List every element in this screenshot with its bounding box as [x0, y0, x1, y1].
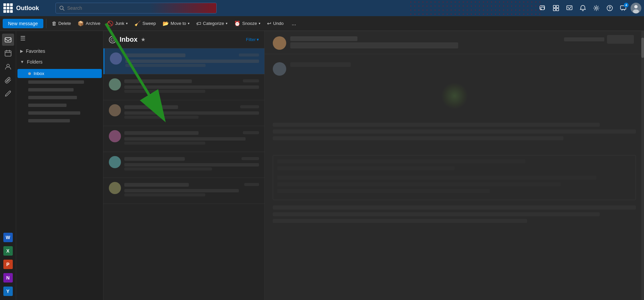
filter-button[interactable]: Filter ▾: [246, 37, 259, 42]
more-options-button[interactable]: ...: [289, 19, 299, 28]
nav-mail-button[interactable]: [2, 34, 14, 46]
teams-chat-icon: [539, 5, 546, 11]
junk-chevron-icon: ▾: [126, 22, 128, 25]
svg-rect-7: [553, 5, 556, 8]
body-line: [273, 129, 636, 134]
onenote-icon: N: [3, 273, 13, 283]
delete-icon: 🗑: [52, 21, 57, 26]
nav-notes-button[interactable]: [2, 87, 14, 100]
snooze-chevron-icon: ▾: [259, 22, 260, 25]
help-icon: [606, 5, 613, 11]
nav-yammer-button[interactable]: Y: [2, 285, 14, 297]
email-item[interactable]: [103, 48, 264, 74]
sidebar-item-6[interactable]: [17, 109, 102, 117]
reading-pane-header: [265, 31, 644, 54]
body-line: [273, 205, 636, 210]
body-line: [277, 189, 490, 193]
delete-button[interactable]: 🗑 Delete: [49, 19, 74, 28]
email-item[interactable]: [103, 178, 264, 204]
email-avatar: [109, 78, 121, 90]
notification-badge: 4: [624, 3, 629, 7]
select-all-button[interactable]: [109, 36, 116, 43]
sidebar-item-7[interactable]: [17, 117, 102, 124]
svg-rect-23: [5, 38, 11, 42]
email-list-header: Inbox ★ Filter ▾: [103, 31, 264, 48]
sidebar-folders-section[interactable]: ▼ Folders: [16, 57, 103, 67]
nav-files-button[interactable]: [2, 74, 14, 86]
teams-grid-icon: [553, 5, 559, 11]
body-line: [273, 212, 600, 216]
sidebar-favorites-section[interactable]: ▶ Favorites: [16, 46, 103, 57]
email-avatar: [109, 182, 121, 194]
reading-pane-body: [265, 54, 644, 300]
svg-point-14: [595, 7, 597, 9]
sidebar-item-4[interactable]: [17, 94, 102, 101]
email-list-panel: Inbox ★ Filter ▾: [103, 31, 265, 300]
move-to-button[interactable]: 📂 Move to ▾: [160, 19, 192, 28]
search-input[interactable]: [67, 5, 213, 11]
toolbar: New message 🗑 Delete 📦 Archive 🚫 Junk ▾ …: [0, 16, 644, 31]
search-bar[interactable]: [55, 3, 217, 13]
sidebar-item-2[interactable]: [17, 78, 102, 86]
teams-chat-icon-btn[interactable]: [536, 2, 549, 14]
svg-rect-9: [553, 8, 556, 11]
paperclip-icon: [4, 76, 12, 84]
email-item[interactable]: [103, 152, 264, 178]
new-message-button[interactable]: New message: [3, 19, 43, 28]
nav-onenote-button[interactable]: N: [2, 272, 14, 284]
bell-icon: [579, 5, 586, 11]
grid-icon[interactable]: [3, 3, 13, 13]
archive-button[interactable]: 📦 Archive: [75, 19, 103, 28]
settings-icon-btn[interactable]: [590, 2, 602, 14]
sidebar-item-inbox[interactable]: Inbox: [17, 69, 102, 78]
sidebar-item-label: Inbox: [34, 71, 44, 76]
junk-button[interactable]: 🚫 Junk ▾: [104, 19, 130, 28]
archive-icon: 📦: [78, 21, 84, 27]
toolbar-separator: [46, 19, 46, 28]
body-line: [273, 123, 600, 127]
move-chevron-icon: ▾: [188, 22, 189, 25]
email-list: [103, 48, 264, 300]
svg-point-21: [634, 5, 638, 8]
body-line: [273, 219, 527, 223]
email-item[interactable]: [103, 100, 264, 126]
teams-grid-icon-btn[interactable]: [550, 2, 562, 14]
svg-rect-11: [567, 6, 572, 10]
app-name: Outlook: [16, 5, 39, 12]
avatar[interactable]: [631, 3, 641, 13]
main-content: W X P N Y ☰ ▶ Favorites ▼ Folders: [0, 31, 644, 300]
sidebar-item-5[interactable]: [17, 102, 102, 109]
word-icon: W: [3, 233, 13, 242]
calendar-icon: [4, 49, 12, 57]
nav-word-button[interactable]: W: [2, 231, 14, 243]
sidebar-item-3[interactable]: [17, 86, 102, 93]
feedback-icon-btn[interactable]: 4: [617, 2, 629, 14]
sidebar-items: Inbox: [16, 67, 103, 300]
pencil-icon: [4, 90, 12, 97]
inbox-title: Inbox: [120, 36, 137, 43]
svg-rect-10: [556, 8, 559, 11]
nav-excel-button[interactable]: X: [2, 245, 14, 257]
bell-icon-btn[interactable]: [577, 2, 589, 14]
undo-button[interactable]: ↩ Undo: [264, 19, 286, 28]
email-item[interactable]: [103, 74, 264, 100]
top-bar-left: Outlook: [0, 0, 52, 16]
snooze-button[interactable]: ⏰ Snooze ▾: [231, 19, 263, 28]
nav-calendar-button[interactable]: [2, 47, 14, 59]
hamburger-button[interactable]: ☰: [20, 35, 26, 42]
settings-icon: [593, 5, 600, 11]
svg-rect-24: [5, 51, 11, 56]
nav-people-button[interactable]: [2, 61, 14, 73]
email-avatar: [109, 156, 121, 168]
help-icon-btn[interactable]: [604, 2, 616, 14]
folders-label: Folders: [27, 59, 43, 65]
sweep-button[interactable]: 🧹 Sweep: [132, 19, 159, 28]
sweep-icon: 🧹: [134, 21, 141, 27]
email-item[interactable]: [103, 126, 264, 152]
inbox-star-icon[interactable]: ★: [141, 36, 145, 43]
reading-subject: [290, 42, 458, 48]
reading-scrollbar-thumb[interactable]: [641, 38, 644, 58]
nav-powerpoint-button[interactable]: P: [2, 258, 14, 270]
categorize-button[interactable]: 🏷 Categorize ▾: [194, 19, 230, 28]
whiteboard-icon-btn[interactable]: [563, 2, 575, 14]
